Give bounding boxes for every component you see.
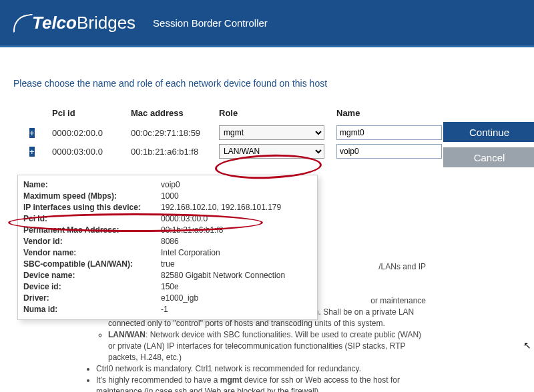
- cell-mac: 00:1b:21:a6:b1:f8: [131, 147, 208, 157]
- logo-swoosh-icon: [11, 13, 36, 33]
- logo-text-1: Telco: [32, 13, 77, 33]
- detail-row: Vendor name:Intel Corporation: [23, 247, 312, 259]
- cell-pci: 0000:03:00.0: [52, 147, 120, 157]
- detail-key: SBC-compatible (LAN/WAN):: [23, 259, 161, 270]
- role-select[interactable]: mgmt: [219, 125, 324, 140]
- detail-key: Numa id:: [23, 304, 161, 315]
- app-header: Telco Bridges Session Border Controller: [0, 0, 534, 45]
- detail-value: e1000_igb: [161, 293, 312, 304]
- name-input[interactable]: [336, 144, 442, 159]
- table-row: + 0000:03:00.0 00:1b:21:a6:b1:f8 LAN/WAN: [29, 142, 443, 161]
- detail-value: 192.168.102.10, 192.168.101.179: [161, 202, 312, 213]
- cursor-icon: ↖: [523, 340, 531, 351]
- help-lanwan-label: LAN/WAN: [108, 330, 146, 339]
- th-mac: Mac address: [131, 108, 208, 118]
- help-lanwan-text: : Network device with SBC functionalitie…: [108, 330, 421, 362]
- logo: Telco Bridges: [12, 13, 136, 33]
- detail-key: Device id:: [23, 281, 161, 293]
- detail-value: 1000: [161, 191, 312, 202]
- detail-row: Name:voip0: [23, 179, 312, 191]
- detail-value: Intel Corporation: [161, 247, 312, 259]
- name-input[interactable]: [336, 125, 442, 140]
- content-area: Please choose the name and role of each …: [0, 47, 534, 167]
- action-buttons: Continue Cancel: [443, 103, 534, 167]
- detail-value: -1: [161, 304, 312, 315]
- help-bullet-ctrl: Ctrl0 network is mandatory. Ctrl1 networ…: [96, 363, 426, 375]
- role-select[interactable]: LAN/WAN: [219, 144, 324, 159]
- cell-pci: 0000:02:00.0: [52, 128, 120, 138]
- expand-icon[interactable]: +: [29, 147, 35, 157]
- detail-key: Vendor id:: [23, 236, 161, 247]
- prompt-text: Please choose the name and role of each …: [13, 78, 521, 89]
- detail-value: voip0: [161, 179, 312, 191]
- table-row: + 0000:02:00.0 00:0c:29:71:18:59 mgmt: [29, 123, 443, 142]
- help-bullet-mgmt: It's highly recommended to have a mgmt d…: [96, 375, 426, 392]
- detail-row: IP interfaces using this device:192.168.…: [23, 202, 312, 213]
- detail-key: Name:: [23, 179, 161, 191]
- detail-row: Device id:150e: [23, 281, 312, 293]
- detail-value: 00:1b:21:a6:b1:f8: [161, 225, 312, 236]
- table-header-row: Pci id Mac address Role Name: [29, 103, 443, 122]
- detail-key: Vendor name:: [23, 247, 161, 259]
- th-role: Role: [219, 108, 326, 118]
- detail-key: Pci Id:: [23, 213, 161, 225]
- cell-mac: 00:0c:29:71:18:59: [131, 128, 208, 138]
- detail-row: Device name:82580 Gigabit Network Connec…: [23, 270, 312, 281]
- cancel-button[interactable]: Cancel: [443, 147, 534, 167]
- detail-row: Vendor id:8086: [23, 236, 312, 247]
- detail-row: Permanent Mac Address:00:1b:21:a6:b1:f8: [23, 225, 312, 236]
- device-details-tooltip: Name:voip0Maximum speed (Mbps):1000IP in…: [17, 175, 318, 320]
- th-name: Name: [336, 108, 443, 118]
- detail-key: Maximum speed (Mbps):: [23, 191, 161, 202]
- logo-text-2: Bridges: [77, 13, 136, 33]
- expand-icon[interactable]: +: [29, 128, 35, 138]
- page-title: Session Border Controller: [153, 17, 268, 29]
- th-pci: Pci id: [52, 108, 120, 118]
- detail-row: Maximum speed (Mbps):1000: [23, 191, 312, 202]
- detail-key: IP interfaces using this device:: [23, 202, 161, 213]
- detail-value: true: [161, 259, 312, 270]
- detail-key: Permanent Mac Address:: [23, 225, 161, 236]
- detail-value: 82580 Gigabit Network Connection: [161, 270, 312, 281]
- detail-row: Numa id:-1: [23, 304, 312, 315]
- detail-row: Driver:e1000_igb: [23, 293, 312, 304]
- continue-button[interactable]: Continue: [443, 122, 534, 142]
- detail-key: Driver:: [23, 293, 161, 304]
- detail-value: 0000:03:00.0: [161, 213, 312, 225]
- detail-key: Device name:: [23, 270, 161, 281]
- detail-value: 150e: [161, 281, 312, 293]
- detail-value: 8086: [161, 236, 312, 247]
- detail-row: Pci Id:0000:03:00.0: [23, 213, 312, 225]
- detail-row: SBC-compatible (LAN/WAN):true: [23, 259, 312, 270]
- device-table: Pci id Mac address Role Name + 0000:02:0…: [13, 103, 521, 167]
